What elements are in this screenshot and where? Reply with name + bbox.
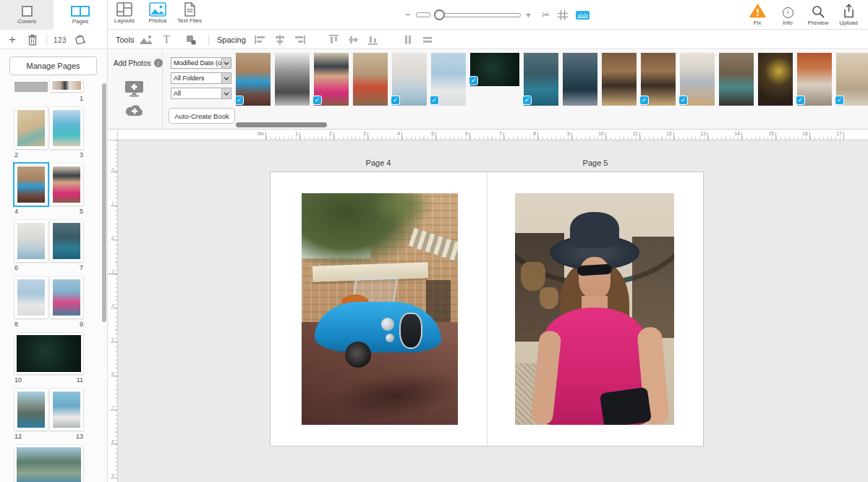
photo-filters-column: Modified Date (old All Folders All Auto-… xyxy=(163,50,239,129)
sidebar-scrollbar[interactable] xyxy=(102,83,106,322)
distribute-vertical-icon[interactable] xyxy=(422,35,433,45)
tab-pages[interactable]: Pages xyxy=(54,0,107,30)
background-fill-button[interactable] xyxy=(75,30,87,49)
selected-check-icon[interactable]: ✓ xyxy=(835,96,844,105)
trim-marks-icon[interactable]: ✂ xyxy=(542,9,550,20)
page-thumbnail-left[interactable] xyxy=(14,389,48,431)
selected-check-icon[interactable]: ✓ xyxy=(430,96,439,105)
zoom-out-button[interactable]: − xyxy=(405,10,411,20)
page-thumbnail-right[interactable] xyxy=(50,164,83,206)
pages-icon xyxy=(71,6,90,17)
horizontal-ruler: 0in 1234567891011121314151617 xyxy=(118,130,868,140)
zoom-slider-track[interactable] xyxy=(435,13,521,17)
align-bottom-icon[interactable] xyxy=(367,35,379,45)
selected-check-icon[interactable]: ✓ xyxy=(236,96,244,105)
page-thumbnail-right[interactable] xyxy=(50,220,83,262)
zoom-in-button[interactable]: + xyxy=(526,10,532,20)
tab-covers[interactable]: Covers xyxy=(0,0,54,30)
vertical-ruler: 0123456789 xyxy=(108,140,118,482)
photo-thumbnail[interactable] xyxy=(758,53,793,106)
selected-check-icon[interactable]: ✓ xyxy=(639,96,649,105)
ruler-inch: 6 xyxy=(108,342,118,376)
align-middle-vertical-icon[interactable] xyxy=(348,35,359,45)
page-numbers-button[interactable]: 123 xyxy=(54,30,67,49)
add-from-computer-button[interactable] xyxy=(124,80,144,97)
distribute-horizontal-icon[interactable] xyxy=(402,35,414,45)
photos-button[interactable]: Photos xyxy=(142,2,174,28)
photo-thumbnail[interactable]: ✓ xyxy=(836,53,868,106)
upload-label: Upload xyxy=(833,20,864,26)
folders-dropdown[interactable]: All Folders xyxy=(171,72,231,84)
align-left-icon[interactable] xyxy=(255,35,266,45)
selected-check-icon[interactable]: ✓ xyxy=(678,96,688,105)
page-thumbnail-right[interactable] xyxy=(50,79,83,92)
photo-thumbnail[interactable]: ✓ xyxy=(680,53,715,106)
preview-button[interactable]: Preview xyxy=(803,2,833,26)
page-thumbnail-left[interactable] xyxy=(14,107,48,149)
add-page-button[interactable]: + xyxy=(9,30,16,49)
auto-create-book-button[interactable]: Auto-Create Book xyxy=(169,108,235,124)
selected-check-icon[interactable]: ✓ xyxy=(469,76,478,85)
photo-thumbnail[interactable] xyxy=(719,53,754,106)
photo-thumbnail[interactable]: ✓ xyxy=(797,53,832,106)
add-from-cloud-button[interactable] xyxy=(125,103,144,117)
photo-thumbnail[interactable]: ✓ xyxy=(431,53,466,106)
book-spread[interactable] xyxy=(270,172,704,447)
photo-thumbnail[interactable] xyxy=(275,53,310,106)
align-right-icon[interactable] xyxy=(294,35,305,45)
ruler-inch: 16 xyxy=(776,130,810,140)
page-thumbnail-left[interactable] xyxy=(14,164,48,206)
photo-strip-scrollbar[interactable] xyxy=(236,122,327,127)
filter-dropdown[interactable]: All xyxy=(171,88,231,99)
selected-check-icon[interactable]: ✓ xyxy=(312,96,322,105)
photo-thumbnail[interactable]: ✓ xyxy=(392,53,427,106)
photo-thumbnail[interactable]: ✓ xyxy=(524,53,558,106)
photo-thumbnail[interactable]: ✓ xyxy=(641,53,676,106)
layouts-button[interactable]: Layouts xyxy=(109,2,140,28)
shape-tool-button[interactable] xyxy=(185,30,197,49)
text-tool-button[interactable]: T xyxy=(163,30,170,49)
photo-thumbnail[interactable] xyxy=(602,53,637,106)
grid-toggle-icon[interactable] xyxy=(558,10,568,20)
photo-thumbnail[interactable]: ✓ xyxy=(236,53,271,106)
page-thumbnail-spread[interactable] xyxy=(14,333,83,374)
sort-dropdown[interactable]: Modified Date (old xyxy=(171,57,231,69)
upload-button[interactable]: Upload xyxy=(833,2,864,26)
chevron-down-icon[interactable] xyxy=(221,58,231,68)
image-tool-button[interactable] xyxy=(139,30,153,49)
zoom-slider[interactable] xyxy=(435,9,521,21)
selected-check-icon[interactable]: ✓ xyxy=(391,96,400,105)
delete-page-button[interactable] xyxy=(27,30,38,49)
page-thumbnail-spread[interactable] xyxy=(14,445,83,482)
ruler-inch: 9 xyxy=(108,444,118,478)
manage-pages-button[interactable]: Manage Pages xyxy=(9,56,97,75)
page-thumbnail-left[interactable] xyxy=(14,276,48,318)
chevron-down-icon[interactable] xyxy=(221,73,231,83)
photo-book-editor: Covers Pages Layouts Photos xyxy=(0,0,868,482)
ruler-toggle-icon[interactable] xyxy=(576,11,590,20)
page-number: 11 xyxy=(77,376,83,384)
info-icon[interactable]: i xyxy=(154,59,163,67)
selected-check-icon[interactable]: ✓ xyxy=(522,96,532,105)
photo-thumbnail[interactable] xyxy=(563,53,597,106)
page-5-photo-woman-pink[interactable] xyxy=(515,193,674,425)
photo-thumbnail[interactable]: ✓ xyxy=(314,53,349,106)
fix-button[interactable]: Fix xyxy=(742,2,773,26)
align-top-icon[interactable] xyxy=(328,35,340,45)
photo-thumbnail[interactable]: ✓ xyxy=(470,53,519,86)
cover-placeholder[interactable] xyxy=(14,82,48,92)
page-thumbnail-right[interactable] xyxy=(50,107,83,149)
selected-check-icon[interactable]: ✓ xyxy=(796,96,805,105)
chevron-down-icon[interactable] xyxy=(221,88,231,98)
photo-thumbnail[interactable] xyxy=(353,53,388,106)
page-4-photo-blue-car[interactable] xyxy=(302,193,458,425)
info-button[interactable]: i Info xyxy=(773,2,803,26)
text-files-button[interactable]: Text Files xyxy=(174,2,205,28)
page-thumbnail-right[interactable] xyxy=(50,276,83,318)
zoom-pill[interactable] xyxy=(416,12,430,17)
page-thumbnail-right[interactable] xyxy=(50,389,83,431)
spacing-icons xyxy=(255,30,433,49)
align-center-horizontal-icon[interactable] xyxy=(274,35,286,45)
zoom-slider-handle[interactable] xyxy=(434,9,445,20)
page-thumbnail-left[interactable] xyxy=(14,220,48,262)
